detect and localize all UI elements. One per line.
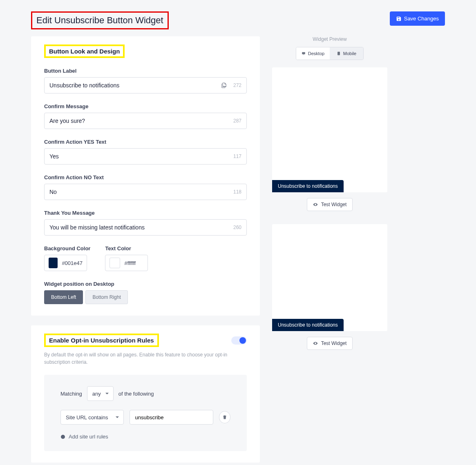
thanks-label: Thank You Message: [44, 210, 247, 216]
position-bottom-right[interactable]: Bottom Right: [85, 290, 127, 304]
rules-title: Enable Opt-in Unsubscription Rules: [44, 334, 159, 347]
matching-prefix: Matching: [60, 391, 82, 397]
device-toggle: Desktop Mobile: [296, 47, 364, 60]
trash-icon: [222, 415, 227, 420]
rule-type-select[interactable]: Site URL contains: [60, 410, 124, 425]
rules-card: Enable Opt-in Unsubscription Rules By de…: [31, 325, 260, 463]
plus-circle-icon: [60, 434, 65, 439]
save-changes-button[interactable]: Save Changes: [390, 11, 445, 26]
chevron-down-icon: [105, 392, 109, 396]
eye-icon: [313, 202, 318, 207]
matching-suffix: of the following: [118, 391, 154, 397]
preview-title: Widget Preview: [272, 36, 387, 42]
yes-text-input[interactable]: [49, 153, 230, 160]
clipboard-icon: [221, 82, 227, 88]
delete-rule-button[interactable]: [219, 411, 230, 423]
device-desktop-button[interactable]: Desktop: [296, 47, 330, 60]
thanks-input[interactable]: [49, 224, 230, 231]
confirm-msg-count: 287: [233, 118, 241, 124]
no-text-input[interactable]: [49, 189, 230, 195]
save-icon: [396, 16, 402, 22]
unsubscribe-pill: Unsubscribe to notifications: [272, 180, 344, 192]
chevron-down-icon: [115, 415, 119, 419]
text-color-picker[interactable]: #ffffff: [105, 255, 148, 271]
test-widget-button-2[interactable]: Test Widget: [307, 337, 353, 350]
position-bottom-left[interactable]: Bottom Left: [44, 290, 83, 304]
button-label-input[interactable]: [49, 82, 221, 89]
rules-toggle[interactable]: [231, 336, 247, 345]
unsubscribe-pill: Unsubscribe to notifications: [272, 319, 344, 331]
rules-box: Matching any of the following Site URL c…: [44, 375, 247, 451]
text-color-swatch: [110, 258, 120, 268]
bg-color-picker[interactable]: #001e47: [44, 255, 87, 271]
rules-help: By default the opt-in will show on all p…: [44, 351, 247, 366]
rule-value-input[interactable]: [130, 410, 213, 425]
page-title: Edit Unsubscribe Button Widget: [31, 11, 169, 29]
button-label-count: 272: [233, 82, 241, 88]
test-widget-button-1[interactable]: Test Widget: [307, 198, 353, 211]
bg-color-swatch: [49, 258, 58, 268]
position-label: Widget position on Desktop: [44, 281, 247, 287]
no-text-label: Confirm Action NO Text: [44, 174, 247, 180]
eye-icon: [313, 341, 318, 346]
text-color-label: Text Color: [105, 245, 148, 251]
bg-color-value: #001e47: [62, 260, 83, 266]
no-text-count: 118: [233, 189, 241, 195]
confirm-msg-input[interactable]: [49, 118, 230, 124]
look-design-card: Button Look and Design Button Label 272 …: [31, 36, 260, 316]
thanks-count: 260: [233, 225, 241, 230]
look-design-title: Button Look and Design: [44, 44, 125, 58]
bg-color-label: Background Color: [44, 245, 90, 251]
preview-box-2: Unsubscribe to notifications: [272, 224, 387, 331]
add-rule-link[interactable]: Add site url rules: [60, 434, 230, 440]
confirm-msg-label: Confirm Message: [44, 103, 247, 109]
preview-box-1: Unsubscribe to notifications: [272, 67, 387, 192]
button-label-label: Button Label: [44, 68, 247, 74]
mobile-icon: [337, 51, 341, 56]
matching-mode-select[interactable]: any: [87, 386, 114, 401]
device-mobile-button[interactable]: Mobile: [330, 47, 363, 60]
yes-text-label: Confirm Action YES Text: [44, 139, 247, 145]
yes-text-count: 117: [233, 154, 241, 159]
text-color-value: #ffffff: [124, 260, 136, 266]
desktop-icon: [302, 51, 306, 56]
